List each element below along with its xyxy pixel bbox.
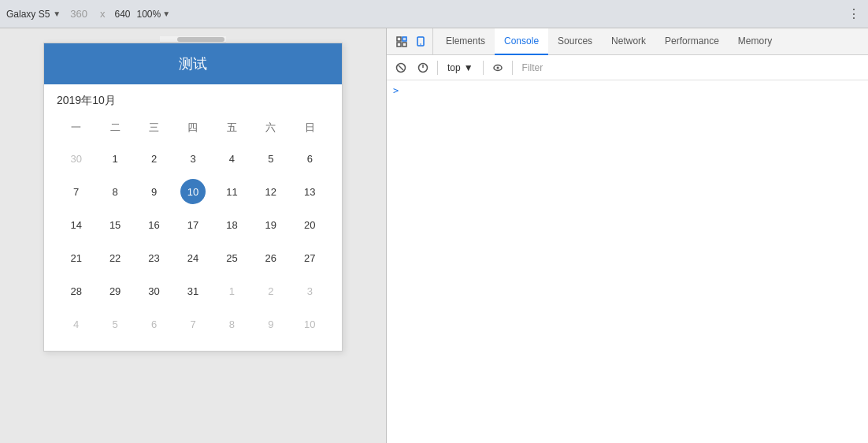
tab-elements[interactable]: Elements xyxy=(436,28,495,55)
weekday-0: 一 xyxy=(57,117,95,138)
device-name: Galaxy S5 xyxy=(6,9,50,20)
cal-day-3-0[interactable]: 21 xyxy=(57,244,95,272)
device-toggle-icon[interactable] xyxy=(412,33,429,50)
svg-line-7 xyxy=(399,65,403,70)
mobile-frame: 测试 2019年10月 一 二 三 四 五 六 日 30123456789101… xyxy=(43,43,343,352)
cal-day-0-4[interactable]: 4 xyxy=(213,144,251,173)
devtools-panel: Elements Console Sources Network Perform… xyxy=(386,28,868,443)
cal-day-4-6[interactable]: 3 xyxy=(291,277,329,305)
cal-day-4-5[interactable]: 2 xyxy=(251,277,290,305)
cal-day-5-6[interactable]: 10 xyxy=(291,310,329,338)
zoom-selector[interactable]: 100% ▼ xyxy=(137,9,171,20)
cal-day-3-1[interactable]: 22 xyxy=(95,244,134,272)
toolbar-divider-1 xyxy=(437,61,438,75)
devtools-top-icons xyxy=(390,28,433,55)
filter-input[interactable] xyxy=(517,61,863,75)
cal-day-1-3[interactable]: 10 xyxy=(180,179,206,204)
cal-day-1-4[interactable]: 11 xyxy=(213,177,251,206)
tab-network[interactable]: Network xyxy=(602,28,655,55)
cal-day-4-1[interactable]: 29 xyxy=(95,277,134,305)
cal-day-0-0[interactable]: 30 xyxy=(57,144,95,173)
cal-day-1-6[interactable]: 13 xyxy=(291,177,329,206)
device-selector[interactable]: Galaxy S5 ▼ xyxy=(6,9,61,20)
tab-memory[interactable]: Memory xyxy=(729,28,781,55)
cal-day-2-4[interactable]: 18 xyxy=(213,210,251,239)
zoom-chevron-icon: ▼ xyxy=(162,9,170,18)
weekday-4: 五 xyxy=(213,117,251,138)
x-separator: x xyxy=(100,8,106,20)
calendar-weekdays: 一 二 三 四 五 六 日 xyxy=(57,117,329,138)
svg-point-11 xyxy=(496,66,499,69)
cal-day-3-4[interactable]: 25 xyxy=(213,244,251,272)
tab-sources[interactable]: Sources xyxy=(548,28,602,55)
cal-day-5-4[interactable]: 8 xyxy=(213,310,251,338)
scroll-area xyxy=(160,36,226,43)
svg-rect-2 xyxy=(397,43,401,47)
cal-day-2-1[interactable]: 15 xyxy=(95,210,134,239)
context-selector[interactable]: top ▼ xyxy=(443,61,478,75)
cal-day-2-0[interactable]: 14 xyxy=(57,210,95,239)
toolbar-divider-2 xyxy=(483,61,484,75)
zoom-value: 100% xyxy=(137,9,161,20)
inspect-icon[interactable] xyxy=(393,33,410,50)
cal-day-0-6[interactable]: 6 xyxy=(291,144,329,173)
cal-day-0-1[interactable]: 1 xyxy=(95,144,134,173)
cal-day-5-0[interactable]: 4 xyxy=(57,310,95,338)
device-chevron-icon: ▼ xyxy=(53,9,61,18)
cal-day-3-3[interactable]: 24 xyxy=(173,244,212,272)
cal-day-4-0[interactable]: 28 xyxy=(57,277,95,305)
cal-day-5-3[interactable]: 7 xyxy=(173,310,212,338)
separator: 360 xyxy=(70,8,87,20)
context-value: top xyxy=(447,62,461,73)
cal-day-5-5[interactable]: 9 xyxy=(251,310,290,338)
stop-recording-button[interactable] xyxy=(414,58,432,77)
cal-day-2-3[interactable]: 17 xyxy=(173,210,212,239)
cal-day-3-6[interactable]: 27 xyxy=(291,244,329,272)
cal-day-3-2[interactable]: 23 xyxy=(135,244,173,272)
weekday-5: 六 xyxy=(251,117,290,138)
cal-day-0-3[interactable]: 3 xyxy=(173,144,212,173)
cal-day-4-3[interactable]: 31 xyxy=(173,277,212,305)
tab-console[interactable]: Console xyxy=(495,28,548,55)
cal-day-1-5[interactable]: 12 xyxy=(251,177,290,206)
svg-rect-1 xyxy=(402,37,406,41)
scroll-thumb xyxy=(177,37,224,42)
cal-day-3-5[interactable]: 26 xyxy=(251,244,290,272)
calendar-body: 2019年10月 一 二 三 四 五 六 日 30123456789101112… xyxy=(44,84,342,351)
cal-day-0-5[interactable]: 5 xyxy=(251,144,290,173)
toolbar-divider-3 xyxy=(512,61,513,75)
context-chevron-icon: ▼ xyxy=(464,62,473,73)
left-panel: 测试 2019年10月 一 二 三 四 五 六 日 30123456789101… xyxy=(0,28,386,443)
weekday-3: 四 xyxy=(173,117,212,138)
clear-console-button[interactable] xyxy=(391,58,410,77)
cal-day-5-1[interactable]: 5 xyxy=(95,310,134,338)
svg-point-5 xyxy=(420,43,421,45)
cal-day-2-2[interactable]: 16 xyxy=(135,210,173,239)
console-area: > xyxy=(387,80,868,443)
cal-day-0-2[interactable]: 2 xyxy=(135,144,173,173)
cal-day-1-2[interactable]: 9 xyxy=(135,177,173,206)
calendar-month-label: 2019年10月 xyxy=(57,94,329,108)
svg-rect-0 xyxy=(397,37,401,41)
cal-day-1-0[interactable]: 7 xyxy=(57,177,95,206)
cal-day-4-2[interactable]: 30 xyxy=(135,277,173,305)
tab-performance[interactable]: Performance xyxy=(655,28,729,55)
devtools-toolbar: top ▼ xyxy=(387,55,868,80)
cal-day-4-4[interactable]: 1 xyxy=(213,277,251,305)
top-bar: Galaxy S5 ▼ 360 x 640 100% ▼ ⋮ xyxy=(0,0,868,28)
calendar-header: 测试 xyxy=(44,43,342,84)
weekday-1: 二 xyxy=(95,117,134,138)
devtools-tabs: Elements Console Sources Network Perform… xyxy=(387,28,868,55)
cal-day-2-5[interactable]: 19 xyxy=(251,210,290,239)
cal-day-5-2[interactable]: 6 xyxy=(135,310,173,338)
calendar-days: 3012345678910111213141516171819202122232… xyxy=(57,144,329,338)
more-button[interactable]: ⋮ xyxy=(848,6,862,21)
main-area: 测试 2019年10月 一 二 三 四 五 六 日 30123456789101… xyxy=(0,28,868,443)
height-value: 640 xyxy=(114,9,130,20)
cal-day-1-1[interactable]: 8 xyxy=(95,177,134,206)
cal-day-2-6[interactable]: 20 xyxy=(291,210,329,239)
eye-icon-button[interactable] xyxy=(488,58,507,77)
svg-rect-3 xyxy=(402,43,406,47)
weekday-2: 三 xyxy=(135,117,173,138)
console-prompt: > xyxy=(387,84,868,98)
